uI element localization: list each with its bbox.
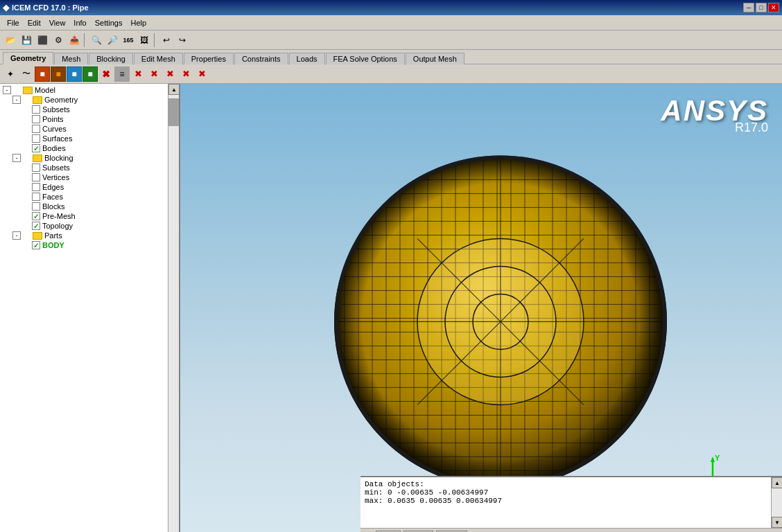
- tree-label-bodies: Bodies: [42, 144, 66, 152]
- menu-file[interactable]: File: [3, 17, 24, 28]
- tab-mesh[interactable]: Mesh: [54, 53, 88, 64]
- tree-label-surfaces: Surfaces: [42, 134, 72, 143]
- tree-checkbox-faces[interactable]: [32, 193, 40, 201]
- geom-curve-icon[interactable]: 〜: [19, 66, 34, 82]
- left-scrollbar[interactable]: ▲ ▼: [168, 84, 179, 532]
- console-scroll-down[interactable]: ▼: [772, 517, 782, 528]
- tree-expand-blocking[interactable]: -: [12, 154, 21, 162]
- menu-info[interactable]: Info: [69, 17, 90, 28]
- tree-checkbox-vertices[interactable]: [32, 173, 40, 181]
- tree-checkbox-curves[interactable]: [32, 125, 40, 133]
- tree-item-geometry[interactable]: -Geometry: [0, 95, 179, 105]
- tree-item-parts[interactable]: -Parts: [0, 231, 179, 240]
- tree-checkbox-surfaces[interactable]: [32, 134, 40, 143]
- tree-item-model[interactable]: -Model: [0, 85, 179, 95]
- tree-checkbox-subsets2[interactable]: [32, 163, 40, 172]
- tree-item-blocks[interactable]: Blocks: [0, 202, 179, 211]
- zoom-in-icon[interactable]: 🔎: [105, 33, 120, 48]
- mesh-sphere-svg: [306, 141, 695, 502]
- console-scrollbar[interactable]: ▲ ▼: [771, 477, 782, 528]
- tab-blocking[interactable]: Blocking: [89, 53, 133, 64]
- geom-x5-icon[interactable]: ✖: [194, 66, 209, 82]
- menu-edit[interactable]: Edit: [24, 17, 45, 28]
- tree-item-vertices[interactable]: Vertices: [0, 172, 179, 182]
- geom-x2-icon[interactable]: ✖: [146, 66, 162, 82]
- svg-point-59: [338, 159, 663, 484]
- geom-build-icon[interactable]: ≡: [114, 66, 130, 82]
- tree-checkbox-subsets1[interactable]: [32, 105, 40, 114]
- tab-properties[interactable]: Properties: [184, 53, 234, 64]
- tree-item-body[interactable]: ✓BODY: [0, 240, 179, 250]
- geom-surface-icon[interactable]: ■: [35, 66, 50, 82]
- tab-output-mesh[interactable]: Output Mesh: [406, 53, 464, 64]
- tree-expand-model[interactable]: -: [3, 86, 11, 94]
- maximize-button[interactable]: □: [756, 3, 767, 12]
- tree-item-bodies[interactable]: ✓Bodies: [0, 143, 179, 153]
- zoom-label-icon[interactable]: 165: [121, 33, 136, 48]
- titlebar: ◆ ICEM CFD 17.0 : Pipe ─ □ ✕: [0, 0, 782, 15]
- tree-checkbox-topology[interactable]: ✓: [32, 222, 40, 230]
- tab-geometry[interactable]: Geometry: [3, 52, 53, 64]
- scroll-thumb[interactable]: [168, 98, 179, 126]
- geom-body-icon[interactable]: ■: [51, 66, 66, 82]
- zoom-fit-icon[interactable]: 🔍: [89, 33, 104, 48]
- tree-label-edges: Edges: [42, 183, 64, 191]
- title-icon: ◆: [3, 3, 9, 12]
- menu-help[interactable]: Help: [126, 17, 150, 28]
- title-text: ICEM CFD 17.0 : Pipe: [12, 3, 743, 12]
- tab-loads[interactable]: Loads: [289, 53, 325, 64]
- save-icon[interactable]: 💾: [19, 33, 34, 48]
- tree-item-topology[interactable]: ✓Topology: [0, 221, 179, 231]
- geom-x3-icon[interactable]: ✖: [162, 66, 177, 82]
- tree-checkbox-points[interactable]: [32, 115, 40, 123]
- geom-delete-icon[interactable]: ✖: [98, 66, 114, 82]
- tree-expand-parts[interactable]: -: [12, 231, 21, 240]
- tree-item-edges[interactable]: Edges: [0, 182, 179, 192]
- open-icon[interactable]: 📂: [3, 33, 18, 48]
- redo-icon[interactable]: ↪: [175, 33, 190, 48]
- geom-x4-icon[interactable]: ✖: [178, 66, 193, 82]
- geom-x1-icon[interactable]: ✖: [130, 66, 146, 82]
- close-button[interactable]: ✕: [768, 3, 779, 12]
- tab-fea[interactable]: FEA Solve Options: [326, 53, 405, 64]
- tree-area: -Model-GeometrySubsetsPointsCurvesSurfac…: [0, 84, 179, 532]
- export-icon[interactable]: 📤: [67, 33, 82, 48]
- tree-item-surfaces[interactable]: Surfaces: [0, 134, 179, 143]
- tree-checkbox-edges[interactable]: [32, 183, 40, 191]
- console-scroll-track: [772, 488, 782, 517]
- ansys-logo: ANSYS R17.0: [661, 94, 768, 135]
- tree-checkbox-bodies[interactable]: ✓: [32, 144, 40, 152]
- geom-repair-icon[interactable]: ■: [82, 66, 98, 82]
- tab-constraints[interactable]: Constraints: [234, 53, 288, 64]
- geom-point-icon[interactable]: ✦: [3, 66, 18, 82]
- geom-material-icon[interactable]: ■: [67, 66, 82, 82]
- menu-view[interactable]: View: [45, 17, 70, 28]
- console-line2: max: 0.0635 0.00635 0.00634997: [365, 497, 767, 505]
- tree-checkbox-premesh[interactable]: ✓: [32, 212, 40, 220]
- folder-icon-blocking: [33, 154, 42, 162]
- tree-item-premesh[interactable]: ✓Pre-Mesh: [0, 211, 179, 221]
- window-controls: ─ □ ✕: [743, 3, 779, 12]
- tree-item-curves[interactable]: Curves: [0, 124, 179, 134]
- tree-checkbox-blocks[interactable]: [32, 202, 40, 211]
- rotate-icon[interactable]: ↩: [159, 33, 174, 48]
- settings-icon[interactable]: ⚙: [51, 33, 66, 48]
- tree-item-faces[interactable]: Faces: [0, 192, 179, 202]
- console-scroll-up[interactable]: ▲: [772, 477, 782, 488]
- render-icon[interactable]: 🖼: [137, 33, 152, 48]
- mesh-icon[interactable]: ⬛: [35, 33, 50, 48]
- tab-edit-mesh[interactable]: Edit Mesh: [134, 53, 183, 64]
- menu-settings[interactable]: Settings: [91, 17, 127, 28]
- tree-item-subsets2[interactable]: Subsets: [0, 163, 179, 172]
- console-line1: min: 0 -0.00635 -0.00634997: [365, 488, 767, 497]
- tree-expand-geometry[interactable]: -: [12, 96, 21, 104]
- tree-item-blocking[interactable]: -Blocking: [0, 153, 179, 163]
- tree-checkbox-body[interactable]: ✓: [32, 241, 40, 249]
- tree-item-points[interactable]: Points: [0, 114, 179, 124]
- minimize-button[interactable]: ─: [743, 3, 754, 12]
- viewport[interactable]: ANSYS R17.0: [180, 84, 782, 532]
- tree-label-subsets2: Subsets: [42, 163, 70, 172]
- tree-item-subsets1[interactable]: Subsets: [0, 105, 179, 114]
- scroll-up-btn[interactable]: ▲: [168, 84, 180, 95]
- tabs-row: Geometry Mesh Blocking Edit Mesh Propert…: [0, 50, 782, 64]
